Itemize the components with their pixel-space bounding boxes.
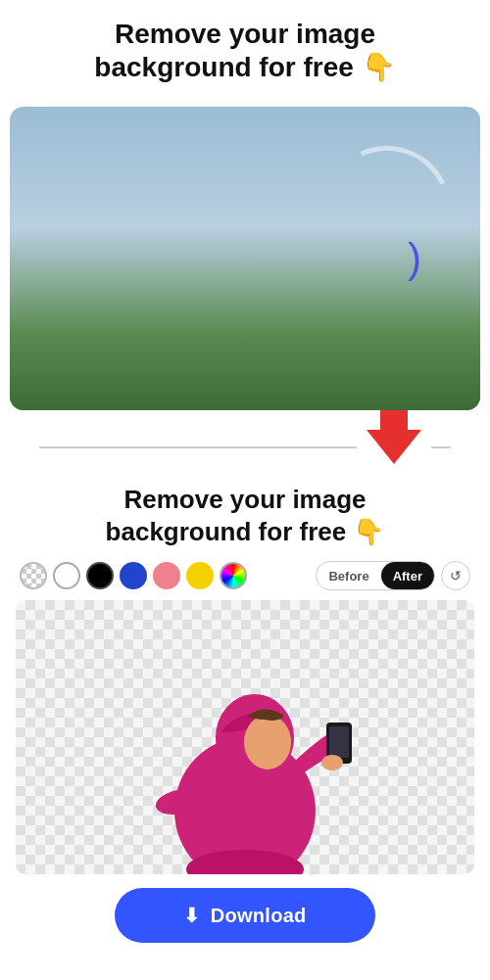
- rotate-button[interactable]: ↺: [441, 561, 470, 590]
- svg-point-17: [244, 715, 291, 770]
- download-label: Download: [211, 905, 307, 927]
- download-button[interactable]: ⬇ Download: [115, 888, 374, 943]
- bottom-section: Remove your image background for free 👇 …: [0, 474, 490, 874]
- divider-line-right: [431, 446, 451, 448]
- before-button[interactable]: Before: [317, 562, 380, 589]
- download-bar: ⬇ Download: [0, 874, 490, 958]
- arrow-divider: [0, 410, 490, 474]
- color-swatch-white[interactable]: [53, 562, 80, 589]
- color-swatch-pink[interactable]: [153, 562, 180, 589]
- color-swatch-multicolor[interactable]: [220, 562, 247, 589]
- down-arrow-icon: [367, 430, 421, 464]
- hand-icon: 👇: [362, 51, 396, 84]
- color-toolbar: Before After ↺: [16, 561, 474, 590]
- color-swatch-blue[interactable]: [120, 562, 147, 589]
- before-after-toggle[interactable]: Before After: [316, 561, 435, 590]
- result-image-area: [16, 600, 474, 874]
- top-section: Remove your image background for free 👇: [0, 0, 490, 107]
- bottom-hand-icon: 👇: [353, 517, 384, 546]
- divider-line-left: [39, 446, 357, 448]
- download-icon: ⬇: [183, 904, 200, 927]
- cursor-bracket-icon: ): [408, 235, 421, 282]
- top-title: Remove your image background for free 👇: [16, 18, 474, 83]
- result-person-figure: [103, 610, 387, 874]
- original-image-card: ): [10, 107, 480, 410]
- svg-point-20: [321, 755, 343, 770]
- color-swatch-yellow[interactable]: [186, 562, 214, 589]
- rotate-icon: ↺: [450, 568, 462, 583]
- color-swatch-transparent[interactable]: [20, 562, 47, 589]
- after-button[interactable]: After: [381, 562, 434, 589]
- svg-rect-19: [329, 726, 349, 758]
- color-swatch-black[interactable]: [86, 562, 114, 589]
- bottom-title: Remove your image background for free 👇: [16, 484, 474, 547]
